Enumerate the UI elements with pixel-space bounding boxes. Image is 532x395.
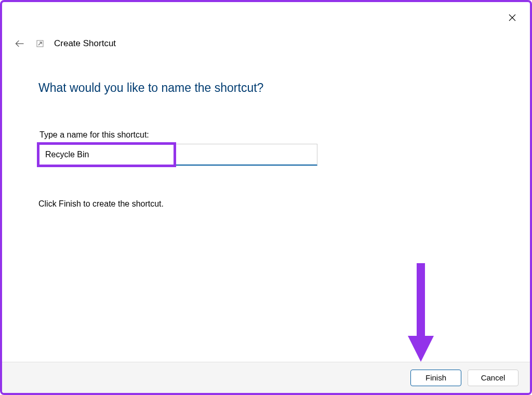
dialog-footer: Finish Cancel bbox=[2, 362, 530, 393]
back-arrow-icon bbox=[15, 38, 25, 49]
cancel-button[interactable]: Cancel bbox=[468, 370, 518, 386]
svg-rect-4 bbox=[417, 263, 425, 336]
close-button[interactable] bbox=[506, 11, 518, 24]
dialog-content: What would you like to name the shortcut… bbox=[2, 50, 530, 209]
input-wrapper bbox=[38, 144, 317, 166]
dialog-title: Create Shortcut bbox=[54, 38, 116, 49]
shortcut-name-input[interactable] bbox=[38, 144, 317, 166]
back-button[interactable] bbox=[14, 37, 26, 50]
input-label: Type a name for this shortcut: bbox=[39, 130, 530, 140]
shortcut-icon bbox=[35, 39, 45, 48]
svg-marker-5 bbox=[408, 336, 434, 362]
close-icon bbox=[508, 13, 517, 22]
instruction-text: Click Finish to create the shortcut. bbox=[38, 199, 530, 209]
finish-button[interactable]: Finish bbox=[410, 370, 461, 386]
main-heading: What would you like to name the shortcut… bbox=[38, 81, 530, 95]
arrow-annotation-icon bbox=[405, 263, 436, 362]
dialog-header: Create Shortcut bbox=[2, 2, 530, 50]
